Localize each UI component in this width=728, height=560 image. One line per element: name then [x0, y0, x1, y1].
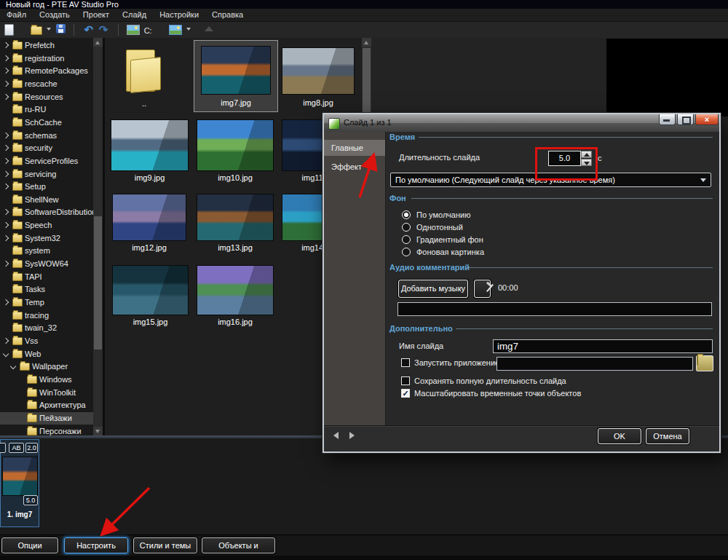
- redo-icon[interactable]: ↷: [97, 24, 109, 35]
- tree-item-Tasks[interactable]: Tasks: [0, 283, 93, 296]
- tree-item-servicing[interactable]: servicing: [0, 168, 93, 181]
- browse-app-button[interactable]: [696, 355, 713, 371]
- thumbnail-img15.jpg[interactable]: [113, 266, 188, 315]
- tree-item-Temp[interactable]: Temp: [0, 296, 93, 309]
- menu-file[interactable]: Файл: [0, 9, 33, 21]
- tree-item-SysWOW64[interactable]: SysWOW64: [0, 258, 93, 270]
- thumbnail-img16.jpg[interactable]: [197, 266, 273, 315]
- tree-item-Web[interactable]: Web: [0, 348, 93, 360]
- tree-item-security[interactable]: security: [0, 142, 93, 154]
- chevron-right-icon[interactable]: [3, 222, 9, 228]
- chevron-right-icon[interactable]: [3, 94, 9, 100]
- slide-options-button[interactable]: Настроить слайд: [64, 537, 128, 553]
- thumbnail-img13.jpg[interactable]: [197, 194, 273, 240]
- tab-effect[interactable]: Эффект: [324, 159, 385, 174]
- browser-scrollbar-thumb[interactable]: [363, 48, 371, 115]
- thumbnail-img9.jpg[interactable]: [111, 120, 188, 170]
- tree-item-ru-RU[interactable]: ru-RU: [0, 103, 93, 116]
- radio-default-background[interactable]: [402, 210, 411, 219]
- radio-gradient-background[interactable]: [402, 235, 411, 244]
- tree-item-WinToolkit[interactable]: WinToolkit: [0, 387, 93, 399]
- open-project-dropdown-icon[interactable]: [47, 28, 51, 31]
- scale-points-checkbox[interactable]: ✓: [401, 389, 410, 398]
- chevron-down-icon[interactable]: [10, 363, 16, 369]
- new-project-icon[interactable]: [4, 24, 14, 36]
- tree-item-Пейзажи[interactable]: Пейзажи: [0, 412, 93, 425]
- tree-item-SoftwareDistribution[interactable]: SoftwareDistribution: [0, 206, 93, 218]
- tab-main[interactable]: Главные: [324, 140, 385, 156]
- menu-settings[interactable]: Настройки: [153, 9, 205, 21]
- tree-item-twain_32[interactable]: twain_32: [0, 322, 93, 334]
- slide-transition-time-button[interactable]: 2.0: [25, 443, 38, 453]
- slide-item[interactable]: AB 2.0 5.0 1. img7: [0, 439, 39, 527]
- chevron-right-icon[interactable]: [3, 171, 9, 177]
- slide-name-input[interactable]: [493, 339, 713, 353]
- chevron-right-icon[interactable]: [3, 209, 9, 215]
- slide-thumbnail[interactable]: [3, 457, 37, 495]
- thumbnail-img12.jpg[interactable]: [113, 194, 186, 240]
- chevron-right-icon[interactable]: [3, 338, 9, 344]
- chevron-right-icon[interactable]: [3, 42, 9, 48]
- radio-background-image[interactable]: [402, 248, 411, 256]
- slide-duration-badge[interactable]: 5.0: [23, 495, 38, 505]
- chevron-down-icon[interactable]: [3, 351, 9, 357]
- tree-item-tracing[interactable]: tracing: [0, 309, 93, 322]
- tree-item-Персонажи[interactable]: Персонажи: [0, 425, 93, 435]
- add-music-button[interactable]: Добавить музыку: [398, 280, 468, 298]
- chevron-right-icon[interactable]: [3, 68, 9, 74]
- objects-animation-button[interactable]: Объекты и анимация: [202, 537, 275, 553]
- menu-help[interactable]: Справка: [205, 9, 250, 21]
- parent-folder-icon[interactable]: [130, 57, 161, 93]
- prev-slide-icon[interactable]: [333, 432, 339, 439]
- thumbnail-img7.jpg[interactable]: [202, 47, 270, 94]
- audio-tools-button[interactable]: [474, 280, 491, 298]
- menu-slide[interactable]: Слайд: [116, 9, 153, 21]
- tree-item-ServiceProfiles[interactable]: ServiceProfiles: [0, 155, 93, 167]
- keep-duration-checkbox[interactable]: [401, 376, 410, 385]
- maximize-button[interactable]: [677, 114, 694, 125]
- chevron-right-icon[interactable]: [3, 55, 9, 61]
- chevron-right-icon[interactable]: [3, 184, 9, 189]
- slide-ab-button[interactable]: AB: [9, 443, 24, 453]
- view-mode-icon[interactable]: [169, 25, 182, 35]
- add-images-icon[interactable]: [127, 25, 140, 35]
- slide-prev-tool-button[interactable]: [0, 443, 6, 453]
- tree-item-schemas[interactable]: schemas: [0, 130, 93, 142]
- run-app-input[interactable]: [496, 357, 693, 371]
- close-button[interactable]: ×: [695, 114, 719, 125]
- tree-scroll-up-icon[interactable]: [93, 38, 103, 47]
- tree-item-RemotePackages[interactable]: RemotePackages: [0, 65, 93, 77]
- tree-item-SchCache[interactable]: SchCache: [0, 117, 93, 129]
- tree-scroll-down-icon[interactable]: [93, 427, 103, 435]
- tree-item-Архитектура[interactable]: Архитектура: [0, 399, 93, 411]
- tree-item-TAPI[interactable]: TAPI: [0, 271, 93, 283]
- tree-item-Setup[interactable]: Setup: [0, 181, 93, 193]
- tree-item-Windows[interactable]: Windows: [0, 374, 93, 386]
- chevron-right-icon[interactable]: [3, 299, 9, 305]
- cancel-button[interactable]: Отмена: [646, 428, 689, 444]
- run-app-checkbox[interactable]: [401, 358, 410, 367]
- menu-project[interactable]: Проект: [76, 9, 116, 21]
- radio-solid-color[interactable]: [402, 223, 411, 232]
- tree-item-Prefetch[interactable]: Prefetch: [0, 39, 93, 52]
- chevron-right-icon[interactable]: [3, 235, 9, 241]
- tree-item-Wallpaper[interactable]: Wallpaper: [0, 360, 93, 373]
- dialog-titlebar[interactable]: Слайд 1 из 1 ×: [324, 114, 719, 132]
- menu-create[interactable]: Создать: [33, 9, 76, 21]
- chevron-right-icon[interactable]: [3, 81, 9, 87]
- view-mode-dropdown-icon[interactable]: [186, 28, 191, 31]
- tree-item-System32[interactable]: System32: [0, 232, 93, 245]
- tree-item-registration[interactable]: registration: [0, 52, 93, 65]
- project-options-button[interactable]: Опции проекта: [1, 537, 58, 553]
- chevron-right-icon[interactable]: [3, 261, 9, 267]
- tree-item-Vss[interactable]: Vss: [0, 335, 93, 347]
- minimize-button[interactable]: [659, 114, 676, 125]
- styles-themes-button[interactable]: Стили и темы: [133, 537, 197, 553]
- open-project-icon[interactable]: [31, 26, 42, 35]
- chevron-right-icon[interactable]: [3, 158, 9, 164]
- thumbnail-img10.jpg[interactable]: [197, 120, 273, 170]
- ok-button[interactable]: OK: [598, 428, 641, 444]
- tree-item-ShellNew[interactable]: ShellNew: [0, 194, 93, 206]
- tree-item-Speech[interactable]: Speech: [0, 219, 93, 232]
- browser-scroll-up-icon[interactable]: [362, 38, 371, 47]
